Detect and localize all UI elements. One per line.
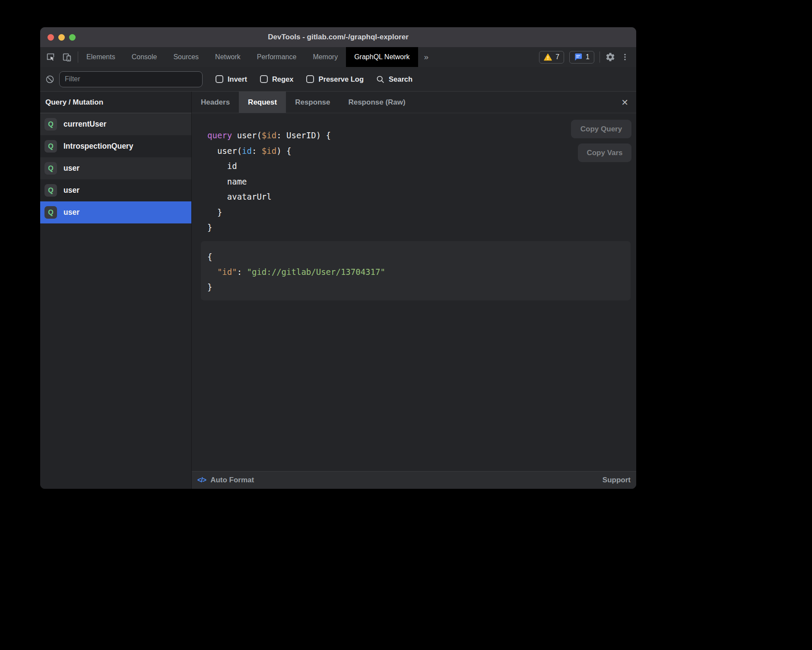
tab-request[interactable]: Request bbox=[239, 92, 286, 113]
list-item-label: IntrospectionQuery bbox=[63, 142, 133, 151]
auto-format-button[interactable]: </> Auto Format bbox=[197, 476, 254, 484]
warnings-badge[interactable]: 7 bbox=[539, 51, 564, 64]
tab-headers[interactable]: Headers bbox=[192, 92, 239, 113]
tab-response-raw[interactable]: Response (Raw) bbox=[339, 92, 414, 113]
message-icon bbox=[574, 53, 582, 61]
tab-graphql-network[interactable]: GraphQL Network bbox=[346, 47, 418, 67]
list-item-user-2[interactable]: Q user bbox=[40, 179, 191, 201]
tab-console[interactable]: Console bbox=[124, 47, 165, 67]
title-bar: DevTools - gitlab.com/-/graphql-explorer bbox=[40, 27, 636, 47]
list-item-label: user bbox=[63, 164, 79, 173]
warnings-count: 7 bbox=[555, 53, 559, 61]
clear-icon[interactable] bbox=[45, 75, 54, 84]
detail-panel: Headers Request Response Response (Raw) … bbox=[192, 92, 636, 489]
query-type-badge: Q bbox=[44, 206, 57, 219]
preserve-log-checkbox-box[interactable] bbox=[306, 75, 314, 83]
preserve-log-checkbox-label: Preserve Log bbox=[318, 75, 364, 83]
query-type-badge: Q bbox=[44, 184, 57, 197]
regex-checkbox-box[interactable] bbox=[260, 75, 268, 83]
list-item-label: user bbox=[63, 208, 79, 217]
badge-divider bbox=[599, 51, 600, 63]
tab-memory[interactable]: Memory bbox=[304, 47, 346, 67]
inspect-element-icon[interactable] bbox=[46, 52, 55, 62]
tab-elements[interactable]: Elements bbox=[78, 47, 124, 67]
copy-vars-button[interactable]: Copy Vars bbox=[578, 143, 631, 162]
more-tabs-icon[interactable]: » bbox=[418, 47, 435, 67]
auto-format-label: Auto Format bbox=[210, 476, 254, 484]
detail-tab-bar: Headers Request Response Response (Raw) … bbox=[192, 92, 636, 113]
list-item-currentUser[interactable]: Q currentUser bbox=[40, 113, 191, 135]
tab-response[interactable]: Response bbox=[286, 92, 339, 113]
list-item-label: currentUser bbox=[63, 120, 106, 129]
panel-footer: </> Auto Format Support bbox=[192, 471, 636, 489]
invert-checkbox-label: Invert bbox=[228, 75, 247, 83]
more-options-icon[interactable] bbox=[621, 52, 629, 62]
query-list-header: Query / Mutation bbox=[40, 92, 191, 113]
filter-bar: Invert Regex Preserve Log Search bbox=[40, 67, 636, 92]
regex-checkbox[interactable]: Regex bbox=[260, 75, 294, 83]
list-item-user-1[interactable]: Q user bbox=[40, 157, 191, 179]
query-variables-block: { "id": "gid://gitlab/User/13704317"} bbox=[201, 241, 631, 300]
issues-badge[interactable]: 1 bbox=[569, 51, 594, 64]
copy-query-button[interactable]: Copy Query bbox=[571, 120, 631, 138]
search-label: Search bbox=[389, 75, 412, 83]
tab-performance[interactable]: Performance bbox=[249, 47, 305, 67]
graphql-query-code: query user($id: UserID) { user(id: $id) … bbox=[207, 128, 331, 236]
search-icon bbox=[376, 75, 385, 84]
list-item-label: user bbox=[63, 186, 79, 195]
search-control[interactable]: Search bbox=[376, 75, 412, 84]
tab-network[interactable]: Network bbox=[207, 47, 249, 67]
preserve-log-checkbox[interactable]: Preserve Log bbox=[306, 75, 364, 83]
devtools-tab-bar: Elements Console Sources Network Perform… bbox=[40, 47, 636, 67]
close-icon[interactable]: ✕ bbox=[621, 98, 628, 107]
window-title: DevTools - gitlab.com/-/graphql-explorer bbox=[40, 33, 636, 41]
device-toolbar-icon[interactable] bbox=[62, 52, 72, 62]
filter-input[interactable] bbox=[59, 71, 203, 87]
tab-sources[interactable]: Sources bbox=[165, 47, 207, 67]
list-item-user-3-selected[interactable]: Q user bbox=[40, 201, 191, 223]
query-type-badge: Q bbox=[44, 162, 57, 175]
invert-checkbox[interactable]: Invert bbox=[216, 75, 247, 83]
regex-checkbox-label: Regex bbox=[272, 75, 294, 83]
query-list-sidebar: Query / Mutation Q currentUser Q Introsp… bbox=[40, 92, 192, 489]
support-link[interactable]: Support bbox=[603, 476, 631, 484]
code-icon: </> bbox=[197, 476, 206, 484]
devtools-window: DevTools - gitlab.com/-/graphql-explorer bbox=[40, 27, 636, 489]
issues-count: 1 bbox=[586, 53, 590, 61]
settings-gear-icon[interactable] bbox=[605, 52, 615, 62]
query-type-badge: Q bbox=[44, 118, 57, 131]
warning-icon bbox=[544, 54, 552, 61]
query-type-badge: Q bbox=[44, 140, 57, 153]
request-content: query user($id: UserID) { user(id: $id) … bbox=[192, 113, 636, 471]
invert-checkbox-box[interactable] bbox=[216, 75, 223, 83]
list-item-introspectionQuery[interactable]: Q IntrospectionQuery bbox=[40, 135, 191, 157]
